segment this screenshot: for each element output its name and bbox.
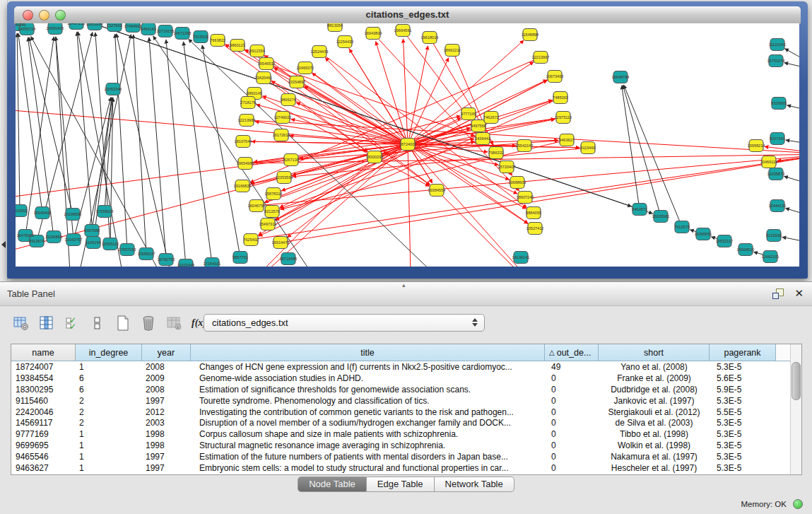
panel-collapse-arrow-icon[interactable]	[1, 241, 6, 248]
cell-year: 2009	[142, 373, 191, 383]
graph-node-label: 9215936	[766, 233, 782, 238]
column-header-in_degree[interactable]: in_degree	[76, 344, 142, 361]
row-height-icon[interactable]	[88, 313, 107, 333]
network-window-titlebar[interactable]: citations_edges.txt	[14, 6, 801, 24]
column-header-title[interactable]: title	[191, 344, 545, 361]
tab-network-table[interactable]: Network Table	[435, 477, 514, 492]
graph-edge[interactable]	[38, 33, 93, 235]
cell-pagerank: 5.3E-5	[710, 452, 776, 462]
graph-edge[interactable]	[17, 33, 20, 204]
cell-out_de: 0	[545, 396, 599, 406]
cell-short: de Silva et al. (2003)	[599, 418, 710, 428]
graph-node-label: 15716485	[280, 257, 298, 261]
graph-edge[interactable]	[252, 154, 799, 163]
memory-ok-indicator[interactable]	[793, 499, 803, 509]
graph-node-label: 16782753	[158, 257, 175, 262]
graph-edge[interactable]	[166, 40, 185, 259]
cell-pagerank: 5.3E-5	[710, 396, 776, 406]
graph-edge[interactable]	[784, 176, 800, 189]
graph-edge[interactable]	[623, 86, 659, 211]
graph-node-label: 19166825	[234, 184, 252, 188]
zoom-button[interactable]	[55, 10, 66, 21]
table-options-icon[interactable]	[11, 313, 30, 333]
graph-edge[interactable]	[784, 63, 799, 73]
cell-in_degree: 2	[76, 418, 142, 428]
graph-node-label: 19654985	[237, 161, 254, 165]
graph-edge[interactable]	[622, 86, 639, 203]
network-graph[interactable]: 1294424914055724206914062049721810653287…	[16, 23, 799, 267]
graph-edge[interactable]	[115, 34, 127, 243]
graph-edge[interactable]	[16, 145, 401, 200]
column-header-label: pagerank	[724, 348, 760, 358]
table-row[interactable]: 911546021997Tourette syndrome. Phenomeno…	[11, 395, 801, 407]
graph-edge[interactable]	[134, 35, 146, 247]
graph-node-label: 17359928	[96, 209, 114, 214]
graph-node-label: 23420461	[255, 76, 273, 80]
show-columns-icon[interactable]	[37, 313, 56, 333]
table-row[interactable]: 1872400712008Changes of HCN gene express…	[11, 361, 801, 373]
scrollbar-thumb[interactable]	[792, 362, 801, 400]
table-row[interactable]: 1456911722003Disruption of a novel membe…	[11, 417, 801, 428]
close-button[interactable]	[23, 10, 33, 21]
graph-edge[interactable]	[202, 45, 239, 251]
column-header-name[interactable]: name	[11, 344, 76, 361]
table-row[interactable]: 946362711997Embryonic stem cells: a mode…	[11, 462, 801, 474]
table-row[interactable]: 946554611997Estimation of the future num…	[11, 451, 801, 462]
cell-short: Dudbridge et al. (2008)	[599, 385, 710, 395]
graph-node-label: 20053346	[105, 87, 122, 91]
cell-name: 9465546	[11, 452, 76, 462]
graph-edge[interactable]	[18, 33, 42, 206]
table-row[interactable]: 969969511998Structural magnetic resonanc…	[11, 440, 801, 451]
tab-edge-table[interactable]: Edge Table	[367, 477, 435, 492]
table-row[interactable]: 977716911998Corpus callosum shape and si…	[11, 428, 801, 440]
table-row[interactable]: 1830029562008Estimation of significance …	[11, 384, 801, 395]
splitter-arrow-icon[interactable]: ▴	[402, 281, 406, 288]
graph-edge[interactable]	[404, 39, 408, 138]
graph-edge[interactable]	[77, 32, 93, 236]
close-panel-icon[interactable]: ✕	[794, 287, 804, 300]
graph-node-label: 12213983	[238, 118, 256, 122]
select-all-columns-icon[interactable]: ✓✓	[62, 313, 81, 333]
graph-node-label: 19924510	[737, 247, 755, 252]
create-table-icon[interactable]	[113, 313, 132, 333]
graph-edge[interactable]	[786, 209, 800, 222]
graph-edge[interactable]	[228, 161, 370, 267]
graph-edge[interactable]	[624, 85, 680, 221]
graph-edge[interactable]	[782, 237, 799, 246]
cell-name: 18300295	[11, 385, 76, 395]
network-view-canvas[interactable]: 1294424914055724206914062049721810653287…	[16, 23, 799, 267]
graph-node-label: 16046756	[248, 204, 266, 208]
graph-node-label: 12462101	[762, 255, 779, 259]
graph-node-label: 2620652	[16, 209, 28, 213]
table-selector-value: citations_edges.txt	[212, 315, 288, 332]
table-row[interactable]: 1938455462009Genome-wide association stu…	[11, 373, 801, 384]
graph-node-label: 1145194	[86, 240, 100, 245]
table-row[interactable]: 2242004622012Investigating the contribut…	[11, 407, 801, 418]
cell-short: Tibbo et al. (1998)	[599, 429, 710, 439]
column-header-year[interactable]: year	[142, 344, 191, 361]
table-scrollbar[interactable]	[790, 344, 801, 474]
network-window-title: citations_edges.txt	[14, 6, 801, 23]
graph-node-label: 10973493	[546, 74, 564, 78]
column-header-pagerank[interactable]: pagerank	[710, 344, 776, 361]
graph-edge[interactable]	[433, 43, 502, 160]
graph-edge[interactable]	[26, 37, 54, 229]
graph-edge[interactable]	[149, 37, 165, 253]
column-header-short[interactable]: short	[599, 344, 710, 361]
cell-name: 9115460	[11, 396, 76, 406]
cell-pagerank: 5.3E-5	[710, 362, 776, 372]
graph-edge[interactable]	[785, 49, 800, 73]
graph-node-label: 10527412	[526, 226, 544, 230]
graph-edge[interactable]	[787, 105, 799, 115]
column-header-out_de[interactable]: △out_de...	[545, 344, 599, 361]
graph-edge[interactable]	[184, 42, 211, 257]
float-window-icon[interactable]	[772, 288, 784, 299]
cell-year: 2003	[142, 418, 191, 428]
graph-node-label: 12035873	[767, 172, 785, 176]
graph-edge[interactable]	[786, 140, 799, 147]
table-selector-dropdown[interactable]: citations_edges.txt	[204, 314, 485, 332]
tab-node-table[interactable]: Node Table	[298, 477, 367, 492]
graph-edge[interactable]	[305, 86, 403, 141]
minimize-button[interactable]	[39, 10, 49, 21]
delete-table-icon[interactable]	[139, 313, 158, 333]
